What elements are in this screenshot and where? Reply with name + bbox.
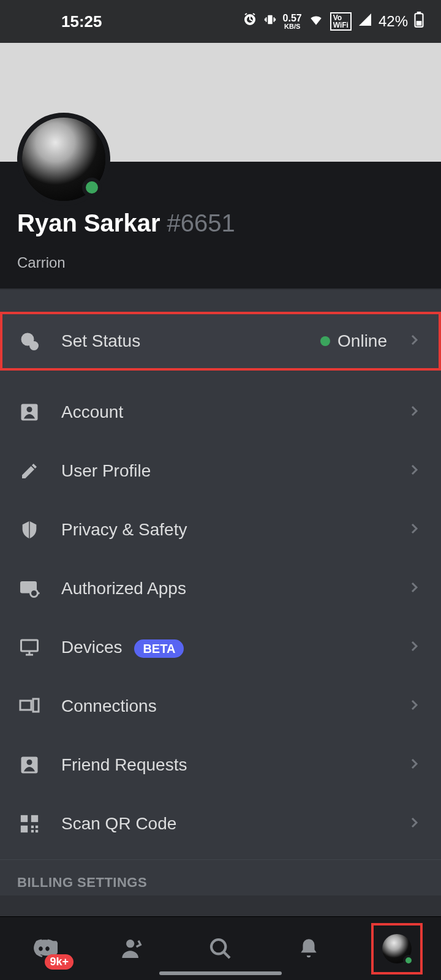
nav-profile[interactable] bbox=[375, 927, 419, 971]
android-status-bar: 15:25 0.57 KB/S VoWiFi 42% bbox=[0, 0, 441, 43]
chevron-right-icon bbox=[407, 462, 424, 480]
settings-item-user-profile[interactable]: User Profile bbox=[0, 442, 441, 500]
avatar[interactable] bbox=[17, 113, 110, 206]
connections-icon bbox=[17, 694, 42, 718]
svg-rect-11 bbox=[20, 701, 31, 710]
beta-badge: BETA bbox=[134, 639, 184, 658]
battery-icon bbox=[414, 12, 424, 31]
svg-rect-19 bbox=[36, 826, 38, 828]
notification-badge: 9k+ bbox=[45, 954, 74, 970]
svg-rect-12 bbox=[33, 699, 39, 712]
svg-point-14 bbox=[27, 760, 32, 765]
item-label: User Profile bbox=[61, 461, 387, 481]
settings-item-devices[interactable]: Devices BETA bbox=[0, 618, 441, 677]
item-label: Authorized Apps bbox=[61, 579, 387, 598]
item-label: Privacy & Safety bbox=[61, 520, 387, 540]
chevron-right-icon bbox=[407, 404, 424, 421]
profile-header: Ryan Sarkar #6651 Carrion bbox=[0, 162, 441, 288]
svg-rect-21 bbox=[36, 830, 38, 832]
nav-search[interactable] bbox=[198, 927, 243, 971]
online-dot-icon bbox=[320, 336, 330, 346]
wifi-icon bbox=[308, 12, 324, 31]
item-label: Account bbox=[61, 402, 387, 422]
online-dot-icon bbox=[403, 955, 414, 966]
qr-icon bbox=[17, 812, 42, 836]
item-label: Friend Requests bbox=[61, 755, 387, 775]
chevron-right-icon bbox=[407, 698, 424, 715]
status-value: Online bbox=[320, 331, 387, 351]
status-time: 15:25 bbox=[61, 12, 102, 31]
status-indicator-online bbox=[82, 178, 102, 197]
item-label: Connections bbox=[61, 696, 387, 716]
svg-point-5 bbox=[29, 341, 39, 350]
shield-icon bbox=[17, 518, 42, 542]
svg-rect-18 bbox=[31, 826, 34, 828]
nav-avatar bbox=[382, 934, 412, 963]
net-speed: 0.57 KB/S bbox=[283, 13, 302, 30]
settings-item-scan-qr[interactable]: Scan QR Code bbox=[0, 794, 441, 853]
settings-item-account[interactable]: Account bbox=[0, 383, 441, 442]
settings-item-privacy-safety[interactable]: Privacy & Safety bbox=[0, 500, 441, 559]
svg-rect-0 bbox=[268, 15, 272, 24]
chevron-right-icon bbox=[407, 639, 424, 656]
svg-rect-17 bbox=[21, 826, 28, 832]
svg-point-7 bbox=[27, 407, 32, 412]
bottom-nav: 9k+ bbox=[0, 916, 441, 980]
settings-item-friend-requests[interactable]: Friend Requests bbox=[0, 736, 441, 794]
pencil-icon bbox=[17, 459, 42, 483]
discriminator: #6651 bbox=[167, 209, 235, 236]
chevron-right-icon bbox=[407, 521, 424, 538]
account-icon bbox=[17, 400, 42, 424]
apps-key-icon bbox=[17, 576, 42, 601]
vibrate-icon bbox=[263, 13, 277, 30]
activity-text: Carrion bbox=[17, 254, 424, 271]
nav-discord[interactable]: 9k+ bbox=[22, 927, 66, 971]
section-header-billing: BILLING SETTINGS bbox=[0, 860, 441, 895]
svg-point-23 bbox=[211, 940, 225, 954]
home-indicator bbox=[159, 971, 282, 975]
svg-rect-20 bbox=[31, 830, 34, 832]
svg-point-9 bbox=[31, 590, 38, 597]
item-label: Devices BETA bbox=[61, 638, 387, 657]
battery-percent: 42% bbox=[379, 13, 408, 30]
svg-rect-15 bbox=[21, 815, 28, 822]
chevron-right-icon bbox=[407, 333, 424, 350]
alarm-icon bbox=[243, 12, 257, 31]
settings-list: Set Status Online Account User Profile bbox=[0, 290, 441, 895]
nav-notifications[interactable] bbox=[287, 927, 331, 971]
vowifi-badge: VoWiFi bbox=[330, 12, 352, 31]
svg-rect-2 bbox=[417, 12, 421, 13]
chevron-right-icon bbox=[407, 756, 424, 774]
monitor-icon bbox=[17, 635, 42, 660]
chevron-right-icon bbox=[407, 580, 424, 597]
item-label: Set Status bbox=[61, 331, 301, 351]
svg-rect-3 bbox=[417, 21, 422, 26]
nav-friends[interactable] bbox=[110, 927, 154, 971]
svg-rect-10 bbox=[21, 640, 38, 651]
settings-item-connections[interactable]: Connections bbox=[0, 677, 441, 736]
svg-rect-16 bbox=[31, 815, 38, 822]
item-label: Scan QR Code bbox=[61, 814, 387, 834]
chevron-right-icon bbox=[407, 815, 424, 832]
status-icon bbox=[17, 329, 42, 353]
settings-item-set-status[interactable]: Set Status Online bbox=[0, 312, 441, 371]
friend-icon bbox=[17, 753, 42, 777]
signal-icon bbox=[358, 12, 372, 31]
svg-point-22 bbox=[126, 940, 134, 948]
settings-item-authorized-apps[interactable]: Authorized Apps bbox=[0, 559, 441, 618]
